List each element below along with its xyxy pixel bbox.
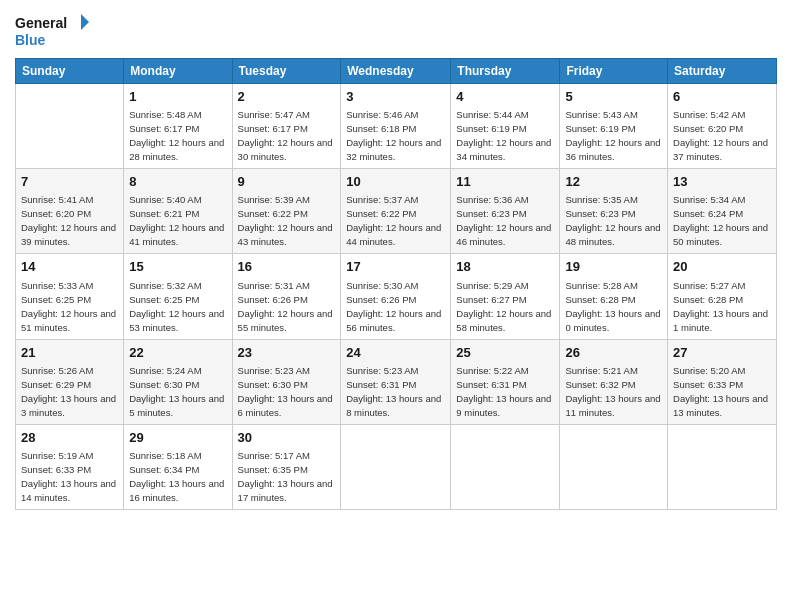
header-row: SundayMondayTuesdayWednesdayThursdayFrid… (16, 59, 777, 84)
sunset-text: Sunset: 6:19 PM (456, 123, 526, 134)
sunset-text: Sunset: 6:22 PM (346, 208, 416, 219)
calendar-cell: 17 Sunrise: 5:30 AM Sunset: 6:26 PM Dayl… (341, 254, 451, 339)
day-header-sunday: Sunday (16, 59, 124, 84)
daylight-text: Daylight: 12 hours and 32 minutes. (346, 137, 441, 162)
sunrise-text: Sunrise: 5:22 AM (456, 365, 528, 376)
sunrise-text: Sunrise: 5:29 AM (456, 280, 528, 291)
calendar-cell: 16 Sunrise: 5:31 AM Sunset: 6:26 PM Dayl… (232, 254, 341, 339)
calendar-cell: 4 Sunrise: 5:44 AM Sunset: 6:19 PM Dayli… (451, 84, 560, 169)
logo: General Blue (15, 10, 95, 50)
calendar-cell: 28 Sunrise: 5:19 AM Sunset: 6:33 PM Dayl… (16, 424, 124, 509)
daylight-text: Daylight: 13 hours and 16 minutes. (129, 478, 224, 503)
sunrise-text: Sunrise: 5:23 AM (346, 365, 418, 376)
daylight-text: Daylight: 12 hours and 55 minutes. (238, 308, 333, 333)
daylight-text: Daylight: 12 hours and 51 minutes. (21, 308, 116, 333)
sunrise-text: Sunrise: 5:39 AM (238, 194, 310, 205)
sunrise-text: Sunrise: 5:30 AM (346, 280, 418, 291)
calendar-cell: 6 Sunrise: 5:42 AM Sunset: 6:20 PM Dayli… (668, 84, 777, 169)
sunrise-text: Sunrise: 5:19 AM (21, 450, 93, 461)
day-number: 13 (673, 173, 771, 191)
day-number: 8 (129, 173, 226, 191)
calendar-cell: 29 Sunrise: 5:18 AM Sunset: 6:34 PM Dayl… (124, 424, 232, 509)
calendar-cell: 21 Sunrise: 5:26 AM Sunset: 6:29 PM Dayl… (16, 339, 124, 424)
sunset-text: Sunset: 6:18 PM (346, 123, 416, 134)
sunset-text: Sunset: 6:20 PM (673, 123, 743, 134)
sunset-text: Sunset: 6:31 PM (346, 379, 416, 390)
calendar-cell: 1 Sunrise: 5:48 AM Sunset: 6:17 PM Dayli… (124, 84, 232, 169)
sunrise-text: Sunrise: 5:41 AM (21, 194, 93, 205)
sunset-text: Sunset: 6:22 PM (238, 208, 308, 219)
sunset-text: Sunset: 6:30 PM (129, 379, 199, 390)
calendar-cell: 19 Sunrise: 5:28 AM Sunset: 6:28 PM Dayl… (560, 254, 668, 339)
day-number: 16 (238, 258, 336, 276)
calendar-cell: 22 Sunrise: 5:24 AM Sunset: 6:30 PM Dayl… (124, 339, 232, 424)
day-number: 5 (565, 88, 662, 106)
logo-svg: General Blue (15, 10, 95, 50)
sunrise-text: Sunrise: 5:21 AM (565, 365, 637, 376)
calendar-cell (451, 424, 560, 509)
sunrise-text: Sunrise: 5:34 AM (673, 194, 745, 205)
day-number: 30 (238, 429, 336, 447)
day-number: 27 (673, 344, 771, 362)
daylight-text: Daylight: 13 hours and 0 minutes. (565, 308, 660, 333)
day-number: 26 (565, 344, 662, 362)
calendar-cell (341, 424, 451, 509)
day-header-thursday: Thursday (451, 59, 560, 84)
day-number: 6 (673, 88, 771, 106)
calendar-cell: 18 Sunrise: 5:29 AM Sunset: 6:27 PM Dayl… (451, 254, 560, 339)
daylight-text: Daylight: 12 hours and 41 minutes. (129, 222, 224, 247)
daylight-text: Daylight: 13 hours and 6 minutes. (238, 393, 333, 418)
sunrise-text: Sunrise: 5:23 AM (238, 365, 310, 376)
daylight-text: Daylight: 13 hours and 17 minutes. (238, 478, 333, 503)
day-number: 22 (129, 344, 226, 362)
sunrise-text: Sunrise: 5:33 AM (21, 280, 93, 291)
sunset-text: Sunset: 6:31 PM (456, 379, 526, 390)
sunset-text: Sunset: 6:29 PM (21, 379, 91, 390)
day-number: 11 (456, 173, 554, 191)
day-number: 29 (129, 429, 226, 447)
day-header-saturday: Saturday (668, 59, 777, 84)
sunset-text: Sunset: 6:28 PM (673, 294, 743, 305)
calendar-table: SundayMondayTuesdayWednesdayThursdayFrid… (15, 58, 777, 510)
main-container: General Blue SundayMondayTuesdayWednesda… (0, 0, 792, 520)
day-number: 15 (129, 258, 226, 276)
sunrise-text: Sunrise: 5:20 AM (673, 365, 745, 376)
calendar-cell: 8 Sunrise: 5:40 AM Sunset: 6:21 PM Dayli… (124, 169, 232, 254)
daylight-text: Daylight: 12 hours and 39 minutes. (21, 222, 116, 247)
sunset-text: Sunset: 6:35 PM (238, 464, 308, 475)
calendar-cell: 30 Sunrise: 5:17 AM Sunset: 6:35 PM Dayl… (232, 424, 341, 509)
sunrise-text: Sunrise: 5:32 AM (129, 280, 201, 291)
calendar-cell: 2 Sunrise: 5:47 AM Sunset: 6:17 PM Dayli… (232, 84, 341, 169)
week-row-5: 28 Sunrise: 5:19 AM Sunset: 6:33 PM Dayl… (16, 424, 777, 509)
sunset-text: Sunset: 6:27 PM (456, 294, 526, 305)
sunset-text: Sunset: 6:19 PM (565, 123, 635, 134)
daylight-text: Daylight: 12 hours and 37 minutes. (673, 137, 768, 162)
sunrise-text: Sunrise: 5:37 AM (346, 194, 418, 205)
day-number: 24 (346, 344, 445, 362)
sunset-text: Sunset: 6:17 PM (129, 123, 199, 134)
sunrise-text: Sunrise: 5:43 AM (565, 109, 637, 120)
sunset-text: Sunset: 6:33 PM (21, 464, 91, 475)
sunset-text: Sunset: 6:23 PM (456, 208, 526, 219)
calendar-cell: 7 Sunrise: 5:41 AM Sunset: 6:20 PM Dayli… (16, 169, 124, 254)
sunrise-text: Sunrise: 5:42 AM (673, 109, 745, 120)
svg-marker-2 (81, 14, 89, 30)
sunrise-text: Sunrise: 5:24 AM (129, 365, 201, 376)
daylight-text: Daylight: 13 hours and 5 minutes. (129, 393, 224, 418)
sunset-text: Sunset: 6:34 PM (129, 464, 199, 475)
week-row-4: 21 Sunrise: 5:26 AM Sunset: 6:29 PM Dayl… (16, 339, 777, 424)
calendar-cell: 10 Sunrise: 5:37 AM Sunset: 6:22 PM Dayl… (341, 169, 451, 254)
calendar-cell: 5 Sunrise: 5:43 AM Sunset: 6:19 PM Dayli… (560, 84, 668, 169)
day-number: 20 (673, 258, 771, 276)
daylight-text: Daylight: 13 hours and 11 minutes. (565, 393, 660, 418)
day-number: 2 (238, 88, 336, 106)
sunrise-text: Sunrise: 5:44 AM (456, 109, 528, 120)
calendar-cell: 13 Sunrise: 5:34 AM Sunset: 6:24 PM Dayl… (668, 169, 777, 254)
daylight-text: Daylight: 12 hours and 44 minutes. (346, 222, 441, 247)
header: General Blue (15, 10, 777, 50)
daylight-text: Daylight: 13 hours and 14 minutes. (21, 478, 116, 503)
day-number: 19 (565, 258, 662, 276)
day-header-friday: Friday (560, 59, 668, 84)
week-row-3: 14 Sunrise: 5:33 AM Sunset: 6:25 PM Dayl… (16, 254, 777, 339)
day-number: 17 (346, 258, 445, 276)
